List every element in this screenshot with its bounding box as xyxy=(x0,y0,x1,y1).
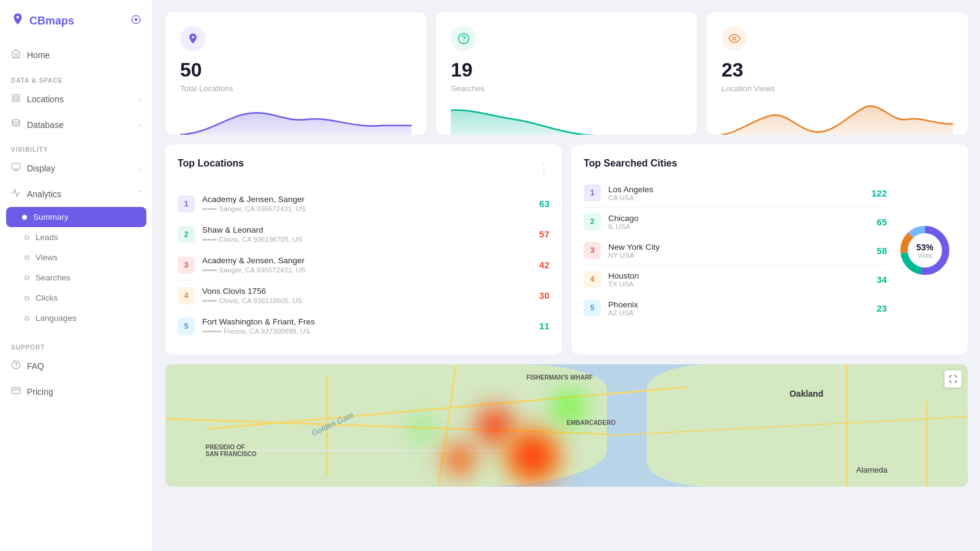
locations-icon xyxy=(11,93,21,105)
searches-label: Searches xyxy=(36,273,70,282)
city-info-4: Houston TX USA xyxy=(608,271,869,288)
location-addr-4: •••••• Clovis, CA 936110505, US xyxy=(202,297,532,304)
chevron-right-icon: › xyxy=(139,164,141,173)
sidebar-item-pricing[interactable]: Pricing xyxy=(0,379,153,405)
donut-label: 53% Visits xyxy=(916,242,933,259)
top-locations-menu[interactable]: ⋮ xyxy=(538,162,549,175)
donut-percent: 53% xyxy=(916,242,933,252)
svg-rect-11 xyxy=(12,163,20,169)
city-row-5: 5 Phoenix AZ USA 23 xyxy=(584,294,887,322)
location-name-4: Vons Clovis 1756 xyxy=(202,287,532,296)
location-addr-2: •••••• Clovis, CA 936196705, US xyxy=(202,236,532,243)
city-row-4: 4 Houston TX USA 34 xyxy=(584,265,887,294)
top-cities-title: Top Searched Cities xyxy=(584,158,956,169)
location-info-2: Shaw & Leonard •••••• Clovis, CA 9361967… xyxy=(202,225,532,243)
city-region-5: AZ USA xyxy=(608,309,869,317)
cities-list: 1 Los Angeles CA USA 122 2 Chicago IL US… xyxy=(584,179,887,322)
sidebar-item-searches[interactable]: Searches xyxy=(0,268,153,288)
sidebar-item-summary[interactable]: Summary xyxy=(6,207,146,227)
city-count-5: 23 xyxy=(876,303,887,313)
dot-icon xyxy=(24,296,29,301)
sidebar: CBmaps Home DATA & SPACE Locations › xyxy=(0,0,153,551)
map-expand-button[interactable] xyxy=(944,370,962,388)
logo[interactable]: CBmaps xyxy=(0,0,153,42)
sidebar-item-leads[interactable]: Leads xyxy=(0,227,153,247)
city-row-2: 2 Chicago IL USA 65 xyxy=(584,208,887,236)
top-locations-header: Top Locations ⋮ xyxy=(178,158,549,179)
svg-rect-7 xyxy=(17,94,20,97)
city-count-3: 58 xyxy=(876,246,887,256)
map-label-presidio: PRESIDIO OFSAN FRANCISCO xyxy=(206,444,257,457)
location-info-3: Academy & Jensen, Sanger •••••• Sanger, … xyxy=(202,256,532,274)
rank-badge-5: 5 xyxy=(178,318,195,335)
location-info-5: Fort Washington & Friant, Fres •••••••• … xyxy=(202,317,532,335)
svg-rect-16 xyxy=(12,388,20,393)
svg-point-10 xyxy=(12,119,20,122)
sidebar-item-analytics[interactable]: Analytics ˅ xyxy=(0,181,153,207)
section-visibility: VISIBILITY xyxy=(0,138,153,156)
location-name-5: Fort Washington & Friant, Fres xyxy=(202,317,532,326)
city-region-4: TX USA xyxy=(608,280,869,288)
stat-number-views: 23 xyxy=(722,59,953,81)
city-region-3: NY USA xyxy=(608,252,869,259)
city-info-5: Phoenix AZ USA xyxy=(608,300,869,317)
svg-point-14 xyxy=(12,361,20,369)
city-region-2: IL USA xyxy=(608,223,869,230)
map-label-oakland: Oakland xyxy=(790,389,823,399)
location-addr-5: •••••••• Fresno, CA 937300699, US xyxy=(202,328,532,335)
languages-label: Languages xyxy=(36,313,77,323)
location-count-1: 63 xyxy=(539,198,549,209)
map-label-fishermans-wharf: FISHERMAN'S WHARF xyxy=(527,374,593,381)
svg-point-19 xyxy=(464,41,464,42)
stat-icon-views xyxy=(722,26,747,51)
location-name-3: Academy & Jensen, Sanger xyxy=(202,256,532,265)
stat-number-locations: 50 xyxy=(180,59,412,81)
stat-chart-searches xyxy=(451,98,682,135)
dot-icon xyxy=(24,235,29,240)
home-icon xyxy=(11,49,21,61)
location-count-5: 11 xyxy=(539,321,549,331)
city-name-3: New York City xyxy=(608,242,869,252)
city-info-1: Los Angeles CA USA xyxy=(608,185,864,201)
sidebar-item-locations[interactable]: Locations › xyxy=(0,86,153,112)
svg-point-1 xyxy=(135,18,138,21)
sidebar-item-languages[interactable]: Languages xyxy=(0,308,153,328)
city-count-2: 65 xyxy=(876,217,887,227)
city-rank-2: 2 xyxy=(584,213,601,230)
city-info-2: Chicago IL USA xyxy=(608,214,869,230)
locations-label: Locations xyxy=(27,94,64,104)
top-locations-title: Top Locations xyxy=(178,158,244,169)
section-support: SUPPORT xyxy=(0,335,153,353)
location-addr-3: •••••• Sanger, CA 936572431, US xyxy=(202,266,532,274)
stat-label-searches: Searches xyxy=(451,84,682,93)
donut-sub: Visits xyxy=(916,252,933,259)
map-label-embarcadero: EMBARCADERO xyxy=(567,419,616,426)
city-rank-3: 3 xyxy=(584,242,601,259)
location-row: 1 Academy & Jensen, Sanger •••••• Sanger… xyxy=(178,189,549,219)
sidebar-item-faq[interactable]: FAQ xyxy=(0,353,153,379)
city-rank-4: 4 xyxy=(584,271,601,288)
top-cities-panel: Top Searched Cities 1 Los Angeles CA USA… xyxy=(571,144,968,354)
sidebar-item-database[interactable]: Database › xyxy=(0,112,153,138)
location-info-1: Academy & Jensen, Sanger •••••• Sanger, … xyxy=(202,195,532,212)
rank-badge-1: 1 xyxy=(178,195,195,212)
city-name-4: Houston xyxy=(608,271,869,280)
sidebar-item-clicks[interactable]: Clicks xyxy=(0,288,153,308)
sidebar-item-home[interactable]: Home xyxy=(0,42,153,69)
city-name-1: Los Angeles xyxy=(608,185,864,194)
stat-card-locations: 50 Total Locations xyxy=(165,12,426,135)
database-icon xyxy=(11,119,21,131)
city-region-1: CA USA xyxy=(608,194,864,201)
sidebar-item-views[interactable]: Views xyxy=(0,247,153,268)
display-icon xyxy=(11,162,21,174)
location-info-4: Vons Clovis 1756 •••••• Clovis, CA 93611… xyxy=(202,287,532,304)
views-label: Views xyxy=(36,253,58,262)
chevron-right-icon: › xyxy=(139,121,141,129)
middle-row: Top Locations ⋮ 1 Academy & Jensen, Sang… xyxy=(165,144,968,354)
dot-icon xyxy=(22,215,27,220)
sidebar-item-display[interactable]: Display › xyxy=(0,156,153,181)
faq-label: FAQ xyxy=(27,361,44,371)
stat-label-views: Location Views xyxy=(722,84,953,93)
city-row-1: 1 Los Angeles CA USA 122 xyxy=(584,179,887,208)
map-section: Golden Gate FISHERMAN'S WHARF PRESIDIO O… xyxy=(165,364,968,487)
